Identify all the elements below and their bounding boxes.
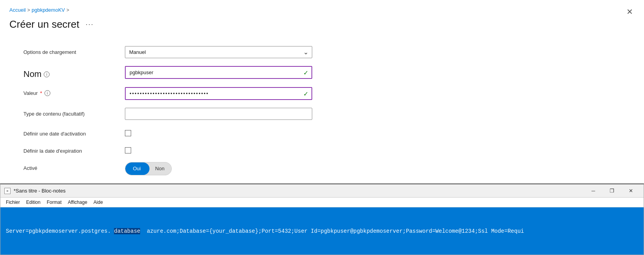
notepad-app-icon: ≡ — [4, 188, 11, 194]
notepad-menubar: Fichier Edition Format Affichage Aide — [0, 198, 644, 207]
breadcrumb: Accueil > pgbkpdemoKV > — [0, 0, 644, 15]
valeur-required-star: * — [40, 90, 42, 96]
toggle-non[interactable]: Non — [148, 162, 171, 175]
upload-options-dropdown-wrap: Manuel — [125, 46, 312, 58]
active-label: Activé — [23, 162, 125, 171]
expiration-date-label: Définir la date d'expiration — [23, 145, 125, 154]
nom-row: Nom i ✓ — [0, 62, 644, 83]
expiration-date-row: Définir la date d'expiration — [0, 141, 644, 158]
active-toggle[interactable]: Oui Non — [125, 162, 172, 175]
page-header: Créer un secret ··· — [0, 15, 644, 38]
notepad-menu-fichier[interactable]: Fichier — [4, 198, 22, 206]
content-type-input[interactable] — [125, 108, 312, 120]
notepad-title: *Sans titre - Bloc-notes — [14, 188, 581, 194]
nom-control: ✓ — [125, 66, 312, 79]
activation-date-control — [125, 128, 312, 136]
expiration-date-control — [125, 145, 312, 153]
notepad-text: Server=pgbkpdemoserver.postgres. databas… — [0, 207, 644, 255]
content-type-label: Type de contenu (facultatif) — [23, 108, 125, 117]
breadcrumb-vault[interactable]: pgbkpdemoKV — [32, 7, 65, 13]
valeur-info-icon: i — [44, 90, 50, 96]
notepad-minimize-button[interactable]: ─ — [584, 185, 602, 196]
nom-input[interactable] — [125, 66, 312, 79]
nom-label: Nom i — [23, 66, 125, 79]
main-panel: Accueil > pgbkpdemoKV > Créer un secret … — [0, 0, 644, 184]
breadcrumb-sep2: > — [66, 7, 69, 13]
upload-options-select[interactable]: Manuel — [125, 46, 312, 58]
notepad-window: ≡ *Sans titre - Bloc-notes ─ ❐ ✕ Fichier… — [0, 184, 644, 255]
notepad-restore-button[interactable]: ❐ — [603, 185, 621, 196]
toggle-oui[interactable]: Oui — [125, 162, 148, 175]
close-button[interactable]: ✕ — [626, 8, 633, 16]
breadcrumb-home[interactable]: Accueil — [9, 7, 26, 13]
notepad-menu-edition[interactable]: Edition — [24, 198, 43, 206]
active-row: Activé Oui Non — [0, 158, 644, 179]
nom-input-wrap: ✓ — [125, 66, 312, 79]
upload-options-row: Options de chargement Manuel — [0, 42, 644, 62]
valeur-control: ✓ — [125, 87, 312, 100]
activation-date-label: Définir une date d'activation — [23, 128, 125, 137]
valeur-input[interactable] — [125, 87, 312, 100]
page-title: Créer un secret — [9, 18, 79, 30]
valeur-label: Valeur * i — [23, 87, 125, 96]
notepad-menu-affichage[interactable]: Affichage — [66, 198, 90, 206]
active-control: Oui Non — [125, 162, 312, 175]
form-area: Options de chargement Manuel Nom i ✓ — [0, 38, 644, 179]
notepad-content-area[interactable]: Server=pgbkpdemoserver.postgres. databas… — [0, 207, 644, 255]
activation-date-checkbox[interactable] — [125, 130, 131, 136]
notepad-content-text: Server=pgbkpdemoserver.postgres. databas… — [6, 228, 524, 234]
valeur-row: Valeur * i ✓ — [0, 83, 644, 104]
activation-date-row: Définir une date d'activation — [0, 124, 644, 141]
more-options-button[interactable]: ··· — [85, 20, 94, 29]
valeur-input-wrap: ✓ — [125, 87, 312, 100]
valeur-valid-icon: ✓ — [303, 90, 308, 97]
breadcrumb-sep1: > — [27, 7, 30, 13]
notepad-close-button[interactable]: ✕ — [622, 185, 640, 196]
notepad-titlebar: ≡ *Sans titre - Bloc-notes ─ ❐ ✕ — [0, 184, 644, 198]
notepad-menu-format[interactable]: Format — [44, 198, 64, 206]
upload-options-label: Options de chargement — [23, 46, 125, 55]
notepad-window-controls: ─ ❐ ✕ — [584, 185, 640, 196]
nom-info-icon: i — [44, 71, 50, 77]
upload-options-control: Manuel — [125, 46, 312, 58]
notepad-menu-aide[interactable]: Aide — [91, 198, 105, 206]
expiration-date-checkbox[interactable] — [125, 147, 131, 153]
content-type-control — [125, 108, 312, 120]
content-type-row: Type de contenu (facultatif) — [0, 104, 644, 124]
nom-valid-icon: ✓ — [303, 69, 308, 76]
